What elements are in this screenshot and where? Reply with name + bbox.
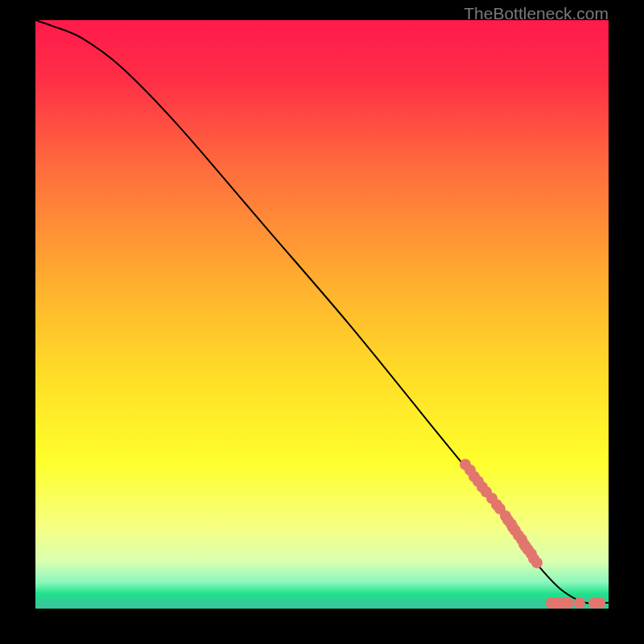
data-point [594, 597, 605, 609]
curve-layer [35, 20, 609, 609]
data-point [574, 597, 585, 609]
data-point [563, 597, 574, 609]
chart-frame: TheBottleneck.com [0, 0, 644, 644]
data-point [531, 557, 543, 568]
main-curve [35, 20, 609, 604]
plot-area [35, 20, 609, 609]
